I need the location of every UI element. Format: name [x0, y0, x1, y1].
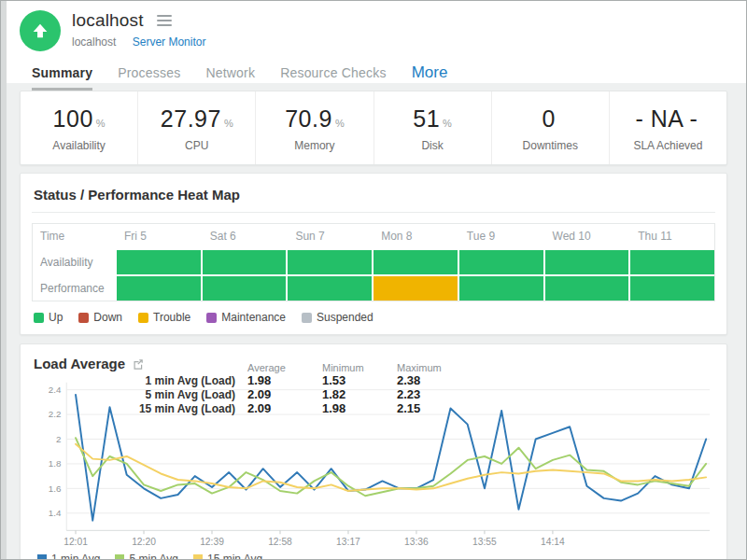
legend-label: 15 min Avg: [207, 553, 262, 560]
stat-label: Downtimes: [492, 139, 609, 152]
legend-label: 1 min Avg: [51, 553, 100, 560]
heatmap-cell-up[interactable]: [374, 250, 458, 274]
heatmap-cell-up[interactable]: [203, 250, 287, 274]
stat-sla-achieved: - NA - SLA Achieved: [609, 91, 726, 164]
legend-item-up: Up: [34, 311, 63, 324]
tab-summary[interactable]: Summary: [32, 65, 92, 91]
stat-label: Disk: [374, 139, 491, 152]
app-window: localhost localhost Server Monitor Summa…: [0, 0, 747, 560]
stat-value: - NA -: [635, 105, 698, 132]
server-monitor-link[interactable]: Server Monitor: [133, 35, 206, 49]
page-title: localhost: [72, 10, 144, 31]
heatmap-cell-trouble[interactable]: [374, 276, 458, 301]
stat-value: 0: [543, 105, 556, 132]
heatmap-cell-up[interactable]: [288, 276, 372, 301]
heatmap-row-label: Availability: [33, 250, 115, 274]
legend-item-suspended: Suspended: [302, 311, 374, 324]
heatmap-row-label: Performance: [33, 276, 115, 301]
stat-unit: %: [224, 118, 233, 129]
stat-unit: %: [443, 118, 452, 129]
x-axis-label: 12:01: [63, 537, 88, 547]
stat-value: 27.97: [161, 105, 221, 132]
stat-value: 70.9: [285, 105, 332, 132]
page-left-gutter: [1, 1, 7, 559]
x-axis-label: 13:55: [472, 537, 497, 547]
legend-item-15min-avg[interactable]: 15 min Avg: [193, 553, 262, 560]
tab-resource-checks[interactable]: Resource Checks: [280, 65, 387, 91]
external-link-icon[interactable]: [133, 358, 144, 370]
suspended-swatch-icon: [302, 313, 312, 323]
monitor-up-status-icon: [20, 10, 61, 51]
heatmap-cell-up[interactable]: [459, 276, 543, 301]
chart-legend: 1 min Avg 5 min Avg 15 min Avg: [34, 551, 713, 560]
heatmap-col-header-time: Time: [33, 224, 115, 248]
load-average-chart: 1.41.61.822.22.412:0112:2012:3912:5813:1…: [34, 375, 713, 551]
legend-item-maintenance: Maintenance: [206, 311, 286, 324]
legend-label: Up: [49, 311, 63, 324]
load-average-chart-area: 1.41.61.822.22.412:0112:2012:3912:5813:1…: [34, 375, 713, 551]
heatmap-table: TimeFri 5Sat 6Sun 7Mon 8Tue 9Wed 10Thu 1…: [32, 223, 715, 301]
x-axis-label: 12:20: [132, 537, 156, 547]
load-average-card: Load Average 1.41.61.822.22.412:0112:201…: [20, 343, 727, 560]
y-axis-label: 1.4: [49, 508, 62, 518]
heatmap-title: Status / Performance Heat Map: [32, 185, 715, 213]
heatmap-cell-up[interactable]: [545, 250, 629, 274]
stat-label: CPU: [138, 139, 255, 152]
x-axis-label: 12:58: [268, 537, 292, 547]
tab-network[interactable]: Network: [205, 65, 255, 91]
load-average-title: Load Average: [34, 356, 125, 371]
heatmap-card: Status / Performance Heat Map TimeFri 5S…: [20, 173, 727, 335]
heatmap-col-header-day: Wed 10: [545, 224, 629, 248]
stat-availability: 100% Availability: [21, 91, 137, 164]
legend-item-trouble: Trouble: [138, 311, 190, 324]
heatmap-cell-up[interactable]: [459, 250, 543, 274]
x-axis-label: 13:17: [336, 537, 360, 547]
stat-downtimes: 0 Downtimes: [491, 91, 609, 164]
legend-item-down: Down: [78, 311, 122, 324]
stat-cpu: 27.97% CPU: [137, 91, 255, 164]
series-line-5-min-avg: [76, 438, 706, 496]
heatmap-cell-up[interactable]: [630, 250, 714, 274]
trouble-swatch-icon: [138, 313, 148, 323]
maintenance-swatch-icon: [206, 313, 217, 323]
heatmap-col-header-day: Sat 6: [203, 224, 287, 248]
x-axis-label: 12:39: [200, 537, 224, 547]
stat-value: 100: [53, 105, 93, 132]
y-axis-label: 1.8: [49, 458, 62, 469]
up-arrow-icon: [30, 21, 50, 41]
heatmap-col-header-day: Tue 9: [459, 224, 543, 248]
tab-processes[interactable]: Processes: [118, 65, 180, 91]
series-line-1-min-avg: [76, 395, 706, 521]
1min-swatch-icon: [37, 554, 47, 560]
15min-swatch-icon: [193, 554, 203, 560]
heatmap-cell-up[interactable]: [117, 250, 201, 274]
heatmap-cell-up[interactable]: [545, 276, 629, 301]
stat-unit: %: [335, 118, 345, 129]
up-swatch-icon: [34, 313, 44, 323]
heatmap-col-header-day: Mon 8: [374, 224, 458, 248]
stat-disk: 51% Disk: [374, 91, 491, 164]
y-axis-label: 2.4: [49, 385, 62, 395]
heatmap-cell-up[interactable]: [203, 276, 287, 301]
stat-unit: %: [96, 118, 106, 129]
heatmap-col-header-day: Fri 5: [117, 224, 201, 248]
heatmap-col-header-day: Thu 11: [630, 224, 714, 248]
monitor-subtitle: localhost: [72, 35, 116, 49]
heatmap-cell-up[interactable]: [288, 250, 372, 274]
hamburger-menu-icon[interactable]: [157, 12, 172, 29]
tab-more[interactable]: More: [412, 63, 448, 82]
x-axis-label: 14:14: [541, 537, 565, 547]
stats-summary-card: 100% Availability 27.97% CPU 70.9% Memor…: [20, 91, 727, 165]
y-axis-label: 2.2: [49, 409, 62, 419]
x-axis-label: 13:36: [404, 537, 429, 547]
legend-label: Maintenance: [221, 311, 286, 324]
heatmap-cell-up[interactable]: [630, 276, 714, 301]
legend-item-1min-avg[interactable]: 1 min Avg: [37, 553, 100, 560]
stat-label: SLA Achieved: [610, 139, 726, 152]
down-swatch-icon: [78, 313, 89, 323]
summary-content: 100% Availability 27.97% CPU 70.9% Memor…: [1, 83, 746, 560]
stat-memory: 70.9% Memory: [255, 91, 373, 164]
legend-item-5min-avg[interactable]: 5 min Avg: [115, 553, 177, 560]
heatmap-cell-up[interactable]: [117, 276, 201, 301]
heatmap-legend: Up Down Trouble Maintenance Suspended: [32, 311, 715, 324]
